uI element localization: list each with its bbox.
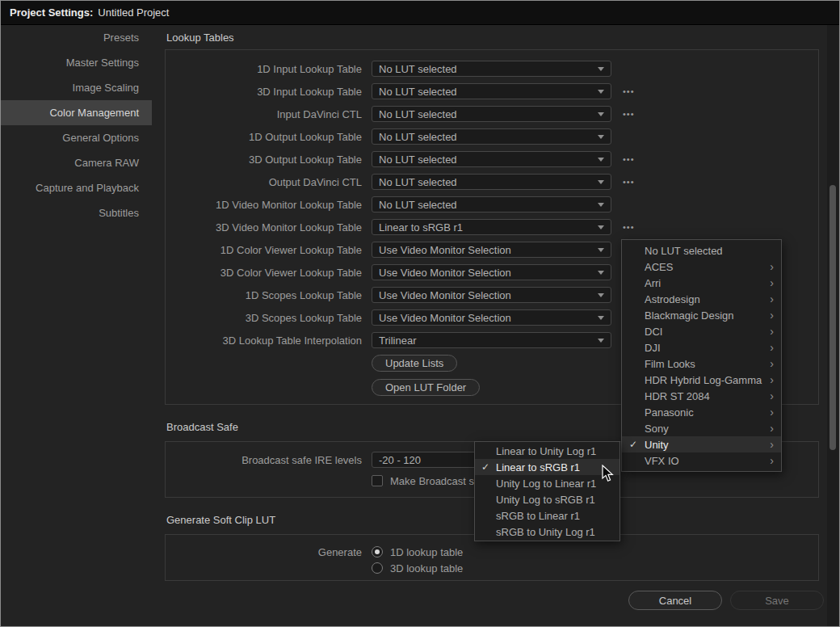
row-label: 1D Video Monitor Lookup Table	[166, 199, 362, 211]
row-label: Output DaVinci CTL	[166, 176, 362, 188]
lut-select-dropdown[interactable]: No LUT selected	[372, 174, 611, 190]
submenu-item[interactable]: ✓ Linear to sRGB r1	[475, 459, 620, 475]
sidebar-item-label: Camera RAW	[74, 157, 139, 169]
row-label: Broadcast safe IRE levels	[166, 454, 362, 466]
menu-item[interactable]: DCI ›	[622, 323, 781, 339]
lut-select-dropdown[interactable]: No LUT selected	[372, 106, 611, 122]
menu-item[interactable]: Arri ›	[622, 275, 781, 291]
scrollbar-track[interactable]	[827, 25, 838, 627]
row-label: 3D Video Monitor Lookup Table	[166, 221, 362, 234]
lookup-row: 3D Output Lookup Table No LUT selected •…	[166, 148, 818, 170]
broadcast-safe-heading: Broadcast Safe	[166, 421, 238, 433]
sidebar-item-label: Presets	[103, 32, 139, 44]
menu-item-label: HDR ST 2084	[645, 390, 710, 402]
submenu-item-label: sRGB to Linear r1	[496, 510, 580, 522]
lut-select-dropdown[interactable]: Trilinear	[372, 332, 611, 348]
dropdown-value: No LUT selected	[379, 108, 598, 120]
checkmark-icon: ✓	[629, 439, 637, 450]
make-broadcast-safe-checkbox[interactable]	[372, 475, 383, 486]
menu-item-label: Film Looks	[645, 358, 695, 370]
lut-category-menu: No LUT selected ACES › Arri › Astrodesig…	[621, 239, 782, 472]
menu-item[interactable]: Astrodesign ›	[622, 291, 781, 307]
sidebar-item[interactable]: Capture and Playback	[1, 175, 152, 200]
sidebar-item[interactable]: Color Management	[1, 100, 152, 125]
menu-item[interactable]: Film Looks ›	[622, 356, 781, 372]
menu-item[interactable]: DJI ›	[622, 339, 781, 356]
radio-button[interactable]	[372, 562, 383, 574]
submenu-arrow-icon: ›	[770, 390, 774, 402]
lut-select-dropdown[interactable]: No LUT selected	[372, 128, 611, 145]
sidebar-item[interactable]: Subtitles	[1, 200, 152, 225]
update-lists-button[interactable]: Update Lists	[372, 355, 457, 372]
radio-button[interactable]	[372, 546, 383, 558]
lut-select-dropdown[interactable]: Linear to sRGB r1	[372, 219, 611, 235]
submenu-item[interactable]: sRGB to Linear r1	[475, 507, 620, 524]
sidebar-item[interactable]: Image Scaling	[1, 75, 152, 100]
window-title: Project Settings:	[10, 6, 93, 19]
ellipsis-icon: •••	[623, 222, 635, 232]
lut-select-dropdown[interactable]: No LUT selected	[372, 196, 611, 213]
more-options-button[interactable]: •••	[623, 86, 635, 96]
dropdown-value: No LUT selected	[379, 154, 598, 166]
menu-item[interactable]: ACES ›	[622, 259, 781, 275]
menu-item[interactable]: VFX IO ›	[622, 452, 781, 469]
title-bar: Project Settings: Untitled Project	[1, 1, 839, 25]
menu-item[interactable]: ✓ Unity ›	[622, 436, 781, 452]
menu-item[interactable]: HDR Hybrid Log-Gamma ›	[622, 372, 781, 388]
row-label: 3D Lookup Table Interpolation	[166, 335, 362, 347]
submenu-item[interactable]: Linear to Unity Log r1	[475, 443, 620, 459]
ellipsis-icon: •••	[623, 154, 635, 164]
menu-item[interactable]: Blackmagic Design ›	[622, 307, 781, 323]
dropdown-value: No LUT selected	[379, 176, 598, 188]
ellipsis-icon: •••	[623, 109, 635, 119]
lookup-row: Input DaVinci CTL No LUT selected •••	[166, 103, 818, 125]
submenu-item[interactable]: Unity Log to sRGB r1	[475, 491, 620, 507]
submenu-item[interactable]: Unity Log to Linear r1	[475, 475, 620, 491]
more-options-button[interactable]: •••	[623, 154, 635, 164]
sidebar-item[interactable]: General Options	[1, 125, 152, 150]
more-options-button[interactable]: •••	[623, 222, 635, 232]
lut-select-dropdown[interactable]: No LUT selected	[372, 61, 611, 77]
lut-select-dropdown[interactable]: No LUT selected	[372, 83, 611, 99]
open-lut-folder-button[interactable]: Open LUT Folder	[372, 379, 480, 396]
submenu-arrow-icon: ›	[770, 374, 774, 385]
menu-item[interactable]: HDR ST 2084 ›	[622, 388, 781, 404]
sidebar-item[interactable]: Camera RAW	[1, 150, 152, 175]
menu-item-label: No LUT selected	[645, 245, 723, 257]
lookup-row: 1D Input Lookup Table No LUT selected	[166, 57, 818, 80]
menu-item[interactable]: Panasonic ›	[622, 404, 781, 420]
lut-select-dropdown[interactable]: Use Video Monitor Selection	[372, 287, 611, 303]
chevron-down-icon	[598, 271, 604, 275]
settings-sidebar: Presets Master Settings Image Scaling Co…	[1, 25, 152, 225]
sidebar-item[interactable]: Presets	[1, 25, 152, 50]
cancel-button[interactable]: Cancel	[628, 591, 722, 610]
row-label: 3D Output Lookup Table	[166, 154, 362, 166]
menu-item[interactable]: No LUT selected	[622, 242, 781, 259]
row-label: 1D Input Lookup Table	[166, 63, 362, 75]
chevron-down-icon	[598, 248, 604, 252]
lut-select-dropdown[interactable]: Use Video Monitor Selection	[372, 309, 611, 326]
lookup-row: Output DaVinci CTL No LUT selected •••	[166, 170, 818, 193]
sidebar-item[interactable]: Master Settings	[1, 50, 152, 75]
submenu-item[interactable]: sRGB to Unity Log r1	[475, 524, 620, 540]
dropdown-value: No LUT selected	[379, 86, 598, 98]
more-options-button[interactable]: •••	[623, 109, 635, 119]
scrollbar-thumb[interactable]	[830, 185, 836, 450]
chevron-down-icon	[598, 339, 604, 343]
submenu-arrow-icon: ›	[770, 342, 774, 353]
lut-select-dropdown[interactable]: Use Video Monitor Selection	[372, 242, 611, 258]
radio-label: 3D lookup table	[390, 562, 463, 574]
lut-select-dropdown[interactable]: Use Video Monitor Selection	[372, 264, 611, 280]
generate-label: Generate	[166, 546, 362, 558]
chevron-down-icon	[598, 67, 604, 71]
lut-select-dropdown[interactable]: No LUT selected	[372, 151, 611, 167]
generate-option-row: 3D lookup table	[166, 560, 818, 576]
row-label: 1D Color Viewer Lookup Table	[166, 244, 362, 256]
more-options-button[interactable]: •••	[623, 177, 635, 187]
lookup-row: 3D Input Lookup Table No LUT selected ••…	[166, 80, 818, 103]
submenu-arrow-icon: ›	[770, 455, 774, 466]
chevron-down-icon	[598, 135, 604, 139]
save-button[interactable]: Save	[730, 591, 824, 610]
mouse-cursor-icon	[602, 465, 616, 483]
menu-item[interactable]: Sony ›	[622, 420, 781, 436]
